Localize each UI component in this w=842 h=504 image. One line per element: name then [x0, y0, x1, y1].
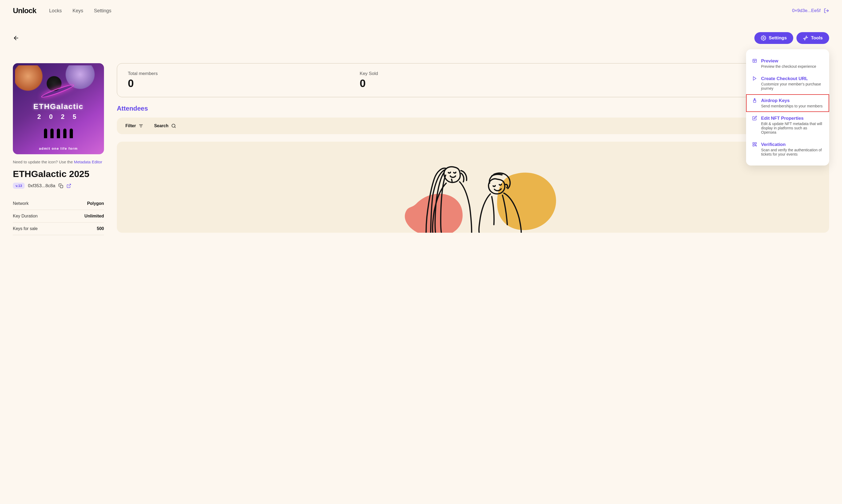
copy-icon	[58, 183, 63, 188]
tool-preview-desc: Preview the checkout experience	[761, 64, 816, 69]
version-badge: v.13	[13, 183, 25, 189]
play-icon	[752, 76, 757, 91]
tool-verify-title: Verification	[761, 142, 823, 147]
gear-icon	[761, 35, 766, 41]
svg-line-19	[174, 127, 175, 127]
stats-box: Total members 0 Key Sold 0	[117, 63, 829, 97]
stat-key-sold: Key Sold 0	[359, 71, 586, 89]
arrow-left-icon	[13, 35, 19, 41]
action-buttons: Settings Tools Preview Preview the check…	[754, 32, 829, 44]
people-illustration	[153, 142, 793, 233]
tools-button-label: Tools	[811, 35, 823, 41]
tools-icon	[803, 35, 808, 41]
tool-airdrop-keys[interactable]: Airdrop Keys Send memberships to your me…	[746, 94, 829, 112]
svg-rect-8	[753, 142, 754, 144]
right-column: Total members 0 Key Sold 0 Attendees Fil…	[117, 63, 829, 235]
tool-verification[interactable]: Verification Scan and verify the authent…	[746, 138, 829, 160]
tools-button[interactable]: Tools	[796, 32, 829, 44]
wallet-button[interactable]: 0×9d3e...Ee5f	[792, 8, 829, 13]
svg-rect-11	[755, 145, 756, 145]
tool-airdrop-desc: Send memberships to your members	[761, 104, 823, 108]
svg-rect-13	[60, 185, 63, 188]
main-nav: Locks Keys Settings	[49, 8, 111, 14]
icon-hint: Need to update the icon? Use the Metadat…	[13, 160, 104, 164]
filter-icon	[139, 124, 143, 128]
tool-edit-nft[interactable]: Edit NFT Properties Edit & update NFT me…	[746, 112, 829, 138]
tool-checkout-desc: Customize your member's purchase journey	[761, 82, 823, 91]
attendees-heading: Attendees	[117, 105, 829, 112]
detail-network: Network Polygon	[13, 197, 104, 210]
lock-card: ETHGalactic 2 0 2 5 admit one life form …	[13, 63, 104, 235]
tool-airdrop-title: Airdrop Keys	[761, 98, 823, 103]
stat-total-members: Total members 0	[128, 71, 354, 89]
tool-nft-title: Edit NFT Properties	[761, 116, 823, 121]
detail-duration: Key Duration Unlimited	[13, 210, 104, 222]
nav-keys[interactable]: Keys	[72, 8, 83, 14]
logout-icon	[824, 8, 829, 13]
edit-icon	[752, 116, 757, 134]
nav-settings[interactable]: Settings	[94, 8, 111, 14]
svg-rect-12	[756, 146, 756, 146]
tools-dropdown: Preview Preview the checkout experience …	[746, 49, 829, 165]
lock-image: ETHGalactic 2 0 2 5 admit one life form	[13, 63, 104, 154]
svg-rect-10	[753, 145, 754, 146]
view-on-explorer-button[interactable]	[67, 183, 71, 188]
tool-create-checkout[interactable]: Create Checkout URL Customize your membe…	[746, 72, 829, 94]
wallet-address: 0×9d3e...Ee5f	[792, 8, 821, 13]
copy-address-button[interactable]	[58, 183, 63, 188]
logo[interactable]: Unlock	[13, 6, 36, 15]
tool-verify-desc: Scan and verify the authentication of ti…	[761, 148, 823, 156]
lock-title: ETHGalactic 2025	[13, 169, 104, 179]
settings-button-label: Settings	[769, 35, 787, 41]
search-button[interactable]: Search	[154, 124, 176, 128]
back-button[interactable]	[13, 35, 19, 41]
qr-icon	[752, 142, 757, 156]
app-header: Unlock Locks Keys Settings 0×9d3e...Ee5f	[0, 0, 842, 21]
settings-button[interactable]: Settings	[754, 32, 793, 44]
lock-image-year: 2 0 2 5	[37, 113, 79, 121]
metadata-editor-link[interactable]: Metadata Editor	[74, 160, 102, 164]
lock-address: 0xf353...8c8a	[28, 183, 55, 188]
search-icon	[171, 124, 176, 128]
lock-image-title: ETHGalactic	[34, 102, 84, 111]
svg-line-14	[69, 184, 71, 186]
detail-keys-for-sale: Keys for sale 500	[13, 222, 104, 235]
nav-locks[interactable]: Locks	[49, 8, 62, 14]
preview-icon	[752, 58, 757, 69]
airdrop-icon	[752, 98, 757, 108]
tool-preview[interactable]: Preview Preview the checkout experience	[746, 55, 829, 72]
header-left: Unlock Locks Keys Settings	[13, 6, 111, 15]
lock-details: Network Polygon Key Duration Unlimited K…	[13, 197, 104, 235]
external-link-icon	[67, 183, 71, 188]
filter-button[interactable]: Filter	[125, 124, 143, 128]
svg-marker-7	[753, 77, 756, 80]
tool-nft-desc: Edit & update NFT metadata that will dis…	[761, 122, 823, 134]
tool-checkout-title: Create Checkout URL	[761, 76, 823, 82]
empty-state-illustration	[117, 142, 829, 233]
list-toolbar: Filter Search	[117, 118, 829, 134]
svg-point-2	[763, 37, 764, 39]
tool-preview-title: Preview	[761, 58, 816, 64]
svg-rect-9	[755, 142, 756, 144]
lock-image-admit: admit one life form	[39, 146, 78, 150]
